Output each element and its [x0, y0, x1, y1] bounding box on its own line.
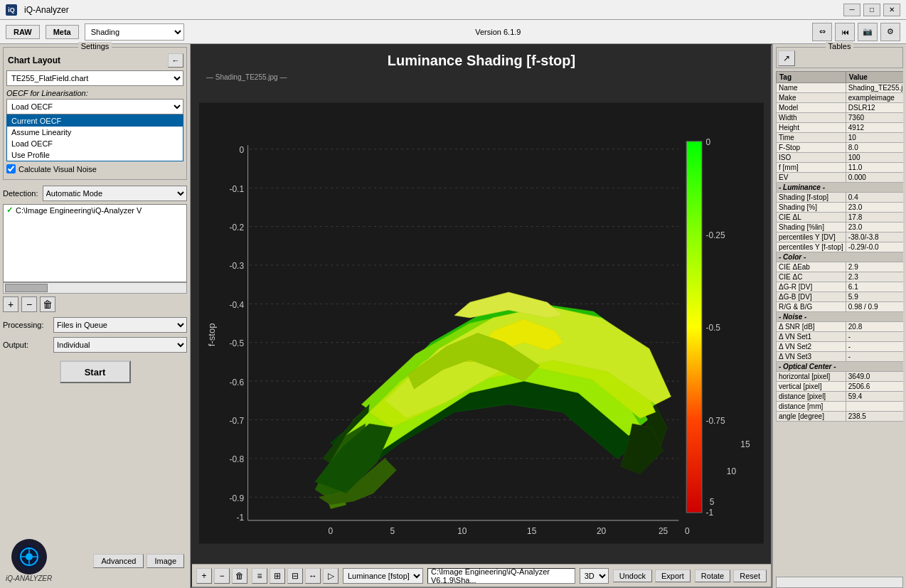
svg-text:-0.25: -0.25: [705, 230, 725, 240]
table-cell-tag: Height: [777, 123, 846, 133]
view-btn-5[interactable]: ▷: [323, 568, 339, 584]
meta-button[interactable]: Meta: [46, 25, 79, 39]
table-cell-tag: f [mm]: [777, 163, 846, 173]
view-btn-3[interactable]: ⊟: [287, 568, 303, 584]
svg-text:-0.75: -0.75: [705, 416, 725, 426]
add-file-button[interactable]: +: [3, 296, 18, 312]
table-cell-tag: Model: [777, 103, 846, 113]
undock-button[interactable]: Undock: [613, 570, 652, 582]
svg-text:5: 5: [710, 497, 715, 507]
table-row: CIE ΔL17.8: [777, 213, 904, 223]
close-button[interactable]: ✕: [883, 4, 900, 16]
table-cell-tag: percentiles Y [f-stop]: [777, 242, 846, 252]
table-section-header: - Noise -: [777, 312, 904, 322]
svg-text:25: 25: [659, 526, 668, 536]
file-list-item: ✓ C:\Image Engineering\iQ-Analyzer V: [4, 205, 186, 215]
back-button[interactable]: ←: [168, 53, 183, 68]
file-list-box[interactable]: ✓ C:\Image Engineering\iQ-Analyzer V: [3, 204, 187, 282]
delete-file-button[interactable]: 🗑: [40, 296, 55, 312]
table-row: Δ VN Set3-: [777, 352, 904, 362]
oecf-select[interactable]: Load OECF: [6, 99, 183, 114]
svg-text:-0.4: -0.4: [229, 300, 244, 310]
arrows-icon[interactable]: ⇔: [812, 23, 832, 41]
chart-select[interactable]: TE255_FlatField.chart: [6, 70, 183, 86]
oecf-item-current[interactable]: Current OECF: [7, 115, 183, 127]
view-btn-2[interactable]: ⊞: [270, 568, 285, 584]
table-cell-tag: Shading [%lin]: [777, 223, 846, 232]
chart-image-label: — Shading_TE255.jpg —: [192, 73, 771, 81]
table-cell-tag: CIE ΔC: [777, 272, 846, 282]
table-row: - Optical Center -: [777, 362, 904, 372]
chart-layout-row: Chart Layout ←: [6, 53, 183, 68]
right-panel-scrollbar[interactable]: [776, 577, 903, 588]
zoom-out-button[interactable]: −: [214, 568, 230, 584]
table-cell-value: 4912: [846, 123, 903, 133]
table-scroll-area[interactable]: Tag Value NameShading_TE255.jpgMakeexamp…: [776, 71, 903, 577]
detection-select[interactable]: Automatic Mode: [43, 186, 187, 201]
delete-chart-button[interactable]: 🗑: [232, 568, 247, 584]
calculate-noise-checkbox[interactable]: [6, 164, 16, 173]
oecf-item-load[interactable]: Load OECF: [7, 138, 183, 149]
table-cell-value: 238.5: [846, 412, 903, 422]
detection-label: Detection:: [3, 189, 38, 198]
table-row: Shading [f-stop]0.4: [777, 193, 904, 203]
table-row: percentiles Y [f-stop]-0.29/-0.0: [777, 242, 904, 252]
table-cell-tag: R/G & B/G: [777, 302, 846, 312]
table-cell-value: DSLR12: [846, 103, 903, 113]
table-cell-value: 23.0: [846, 203, 903, 213]
prev-icon[interactable]: ⏮: [835, 23, 855, 41]
table-cell-tag: CIE ΔEab: [777, 262, 846, 272]
table-row: percentiles Y [DV]-38.0/-3.8: [777, 232, 904, 242]
logo-area: iQ-ANALYZER Advanced Image: [0, 533, 190, 588]
mode-select[interactable]: Shading: [85, 23, 184, 41]
table-section-header: - Color -: [777, 252, 904, 262]
view-btn-1[interactable]: ≡: [252, 568, 267, 584]
table-cell-value: 7360: [846, 113, 903, 123]
start-button[interactable]: Start: [60, 360, 131, 383]
table-cell-value: -: [846, 352, 903, 362]
gear-icon[interactable]: ⚙: [880, 23, 900, 41]
table-cell-value: 0.000: [846, 173, 903, 183]
file-list-scrollbar[interactable]: [3, 282, 187, 294]
processing-row: Processing: Files in Queue: [3, 317, 187, 333]
table-row: Shading [%]23.0: [777, 203, 904, 213]
advanced-button[interactable]: Advanced: [93, 554, 144, 568]
table-cell-value: -0.29/-0.0: [846, 242, 903, 252]
svg-text:-0.2: -0.2: [229, 223, 244, 232]
rotate-button[interactable]: Rotate: [695, 570, 730, 582]
table-row: Height4912: [777, 123, 904, 133]
table-cell-tag: Make: [777, 93, 846, 103]
table-row: Makeexampleimage: [777, 93, 904, 103]
view-3d-select[interactable]: 3D: [580, 568, 609, 584]
logo-icon: [11, 539, 47, 574]
output-select[interactable]: Individual: [53, 337, 187, 353]
view-btn-4[interactable]: ↔: [305, 568, 321, 584]
export-button[interactable]: Export: [655, 570, 691, 582]
table-cell-tag: Δ VN Set2: [777, 342, 846, 352]
table-cell-value: 0.98 / 0.9: [846, 302, 903, 312]
remove-file-button[interactable]: −: [21, 296, 37, 312]
table-cell-tag: ΔG-B [DV]: [777, 292, 846, 302]
reset-button[interactable]: Reset: [733, 570, 767, 582]
minimize-button[interactable]: ─: [843, 4, 860, 16]
window-controls[interactable]: ─ □ ✕: [843, 4, 900, 16]
table-cell-tag: Δ VN Set3: [777, 352, 846, 362]
image-button[interactable]: Image: [146, 554, 184, 568]
chart-mode-select[interactable]: Luminance [fstop]: [343, 568, 423, 584]
maximize-button[interactable]: □: [863, 4, 880, 16]
oecf-item-linearity[interactable]: Assume Linearity: [7, 127, 183, 138]
raw-button[interactable]: RAW: [6, 25, 40, 39]
oecf-dropdown-list: Current OECF Assume Linearity Load OECF …: [6, 114, 183, 161]
table-row: f [mm]11.0: [777, 163, 904, 173]
table-row: CIE ΔEab2.9: [777, 262, 904, 272]
oecf-item-profile[interactable]: Use Profile: [7, 149, 183, 161]
table-row: angle [degree]238.5: [777, 412, 904, 422]
table-cell-tag: Shading [f-stop]: [777, 193, 846, 203]
camera-icon[interactable]: 📷: [858, 23, 878, 41]
zoom-in-button[interactable]: +: [196, 568, 212, 584]
chart-layout-title: Chart Layout: [8, 55, 60, 65]
table-cell-tag: percentiles Y [DV]: [777, 232, 846, 242]
tables-export-button[interactable]: ↗: [778, 50, 795, 66]
svg-text:10: 10: [727, 466, 737, 476]
processing-select[interactable]: Files in Queue: [53, 317, 187, 333]
